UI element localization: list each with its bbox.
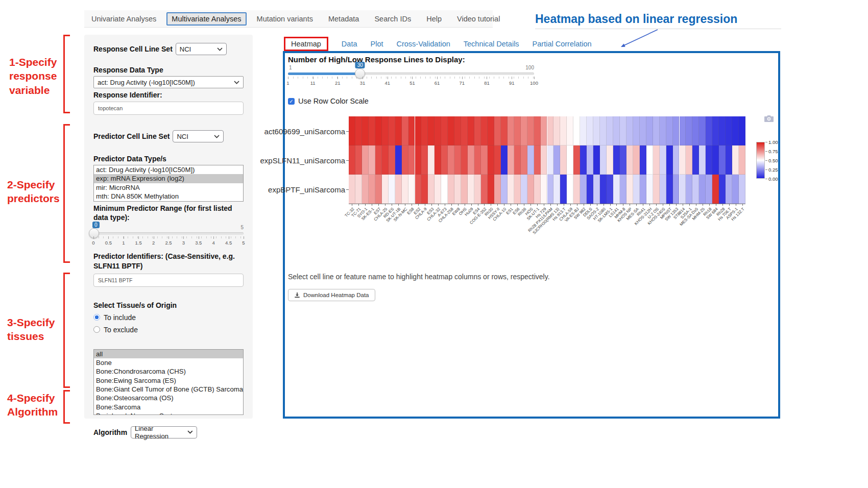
heatmap-cell xyxy=(461,116,468,145)
slider-tick-mark xyxy=(183,236,184,239)
col-tick-mark xyxy=(544,204,544,206)
heatmap-cell xyxy=(680,175,686,204)
tab-plot[interactable]: Plot xyxy=(370,40,383,48)
nav-item-multivariate-analyses[interactable]: Multivariate Analyses xyxy=(166,12,246,26)
nav-item-metadata[interactable]: Metadata xyxy=(323,12,364,26)
row-color-scale-checkbox[interactable]: ✓ xyxy=(288,98,295,105)
heatmap-cell xyxy=(732,175,739,204)
slider-tick-label: 0.5 xyxy=(105,240,112,246)
heatmap-cell xyxy=(481,145,488,175)
heatmap-cell xyxy=(547,175,554,204)
slider-tick-mark xyxy=(124,236,124,239)
response-cell-line-set-select[interactable]: NCI xyxy=(176,43,227,55)
heatmap-cell xyxy=(461,175,468,204)
nav-item-video-tutorial[interactable]: Video tutorial xyxy=(452,12,505,26)
download-heatmap-button[interactable]: Download Heatmap Data xyxy=(288,289,375,301)
slider-tick-label: 31 xyxy=(360,80,366,86)
heatmap-cell xyxy=(534,116,541,145)
algorithm-select[interactable]: Linear Regression xyxy=(131,426,197,438)
colorbar-tick-mark xyxy=(765,169,767,170)
slider-tick-label: 11 xyxy=(310,80,316,86)
predictor-cell-line-set-select[interactable]: NCI xyxy=(173,130,224,142)
heatmap-cell xyxy=(607,175,613,204)
heatmap-cell xyxy=(428,116,435,145)
slider-tick-label: 3.5 xyxy=(195,240,202,246)
nav-item-univariate-analyses[interactable]: Univariate Analyses xyxy=(86,12,161,26)
response-identifier-input[interactable] xyxy=(93,102,244,115)
list-option-mir-microrna[interactable]: mir: MicroRNA xyxy=(94,183,243,192)
predictor-cell-line-set-label: Predictor Cell Line Set xyxy=(93,132,170,140)
tab-data[interactable]: Data xyxy=(342,40,357,48)
response-data-type-select[interactable]: act: Drug Activity (-log10[IC50M]) xyxy=(93,76,244,88)
min-predictor-range-slider[interactable]: 0 5 00.511.522.533.544.55 xyxy=(93,224,244,247)
heatmap-row-label[interactable]: expBPTF_uniSarcoma xyxy=(268,185,345,193)
list-option-bone-chondrosarcoma-chs[interactable]: Bone:Chondrosarcoma (CHS) xyxy=(94,367,243,376)
slider-tick-label: 3 xyxy=(182,240,185,246)
heatmap-cell xyxy=(573,116,580,145)
heatmap[interactable]: act609699_uniSarcomaexpSLFN11_uniSarcoma… xyxy=(285,114,775,247)
col-tick-mark xyxy=(656,204,657,206)
list-option-bone-sarcoma[interactable]: Bone:Sarcoma xyxy=(94,403,243,411)
slider-tick-mark xyxy=(154,236,154,239)
heatmap-cell xyxy=(653,116,660,145)
list-option-all[interactable]: all xyxy=(94,350,243,358)
tissue-exclude-radio[interactable] xyxy=(93,326,100,333)
response-identifier-label: Response Identifier: xyxy=(93,91,244,99)
list-option-exp-mrna-expression-log2[interactable]: exp: mRNA Expression (log2) xyxy=(94,174,243,183)
nav-item-help[interactable]: Help xyxy=(421,12,447,26)
algorithm-label: Algorithm xyxy=(93,428,127,436)
list-option-bone-ewing-sarcoma-es[interactable]: Bone:Ewing Sarcoma (ES) xyxy=(94,376,243,385)
list-option-peripheral-nervous-system[interactable]: Peripheral_Nervous_System xyxy=(94,411,243,415)
colorbar-tick-label: 0.25 xyxy=(768,167,778,173)
heatmap-cell xyxy=(739,116,745,145)
slider-tick-mark xyxy=(534,77,535,79)
heatmap-cell xyxy=(481,175,488,204)
lines-slider[interactable]: 1 100 30 1112131415161718191100 xyxy=(288,64,534,93)
list-option-bone-giant-cell-tumor-of-bone-gctb-sarcoma[interactable]: Bone:Giant Cell Tumor of Bone (GCTB) Sar… xyxy=(94,385,243,394)
tissue-include-label: To include xyxy=(104,313,136,322)
step-label-3: 3-Specifytissues xyxy=(7,315,55,344)
heatmap-cell xyxy=(534,145,541,175)
tissue-include-radio[interactable] xyxy=(93,314,100,321)
heatmap-cell xyxy=(408,116,415,145)
heatmap-row-label[interactable]: expSLFN11_uniSarcoma xyxy=(260,156,345,164)
tab-cross-validation[interactable]: Cross-Validation xyxy=(396,40,450,48)
slider-tick-mark xyxy=(437,77,438,79)
predictor-data-types-label: Predictor Data Type/s xyxy=(93,155,244,163)
heatmap-row-label[interactable]: act609699_uniSarcoma xyxy=(264,127,345,135)
slider-tick-mark xyxy=(108,236,109,239)
heatmap-grid[interactable] xyxy=(349,116,745,204)
slider-tick-mark xyxy=(199,236,199,239)
tab-heatmap[interactable]: Heatmap xyxy=(284,37,328,51)
tab-partial-correlation[interactable]: Partial Correlation xyxy=(533,40,592,48)
tab-technical-details[interactable]: Technical Details xyxy=(464,40,519,48)
predictor-data-types-listbox[interactable]: act: Drug Activity (-log10[IC50M])exp: m… xyxy=(93,165,244,202)
camera-icon[interactable] xyxy=(764,114,774,123)
response-data-type-value: act: Drug Activity (-log10[IC50M]) xyxy=(98,79,195,86)
tissue-listbox[interactable]: allBoneBone:Chondrosarcoma (CHS)Bone:Ewi… xyxy=(93,349,244,415)
heatmap-cell xyxy=(435,145,441,175)
nav-item-mutation-variants[interactable]: Mutation variants xyxy=(252,12,318,26)
slider-tick-mark xyxy=(168,236,169,239)
list-option-act-drug-activity-log10-ic50m[interactable]: act: Drug Activity (-log10[IC50M]) xyxy=(94,165,243,174)
heatmap-cell xyxy=(362,116,369,145)
bracket-3 xyxy=(63,273,70,388)
heatmap-cell xyxy=(521,175,527,204)
list-option-bone-osteosarcoma-os[interactable]: Bone:Osteosarcoma (OS) xyxy=(94,394,243,402)
heatmap-cell xyxy=(666,145,673,175)
heatmap-cell xyxy=(640,116,646,145)
list-option-mth-dna-850k-methylation[interactable]: mth: DNA 850K Methylation xyxy=(94,192,243,201)
predictor-identifiers-input[interactable] xyxy=(93,274,244,287)
colorbar-tick-mark xyxy=(765,151,767,152)
heatmap-cell xyxy=(547,145,554,175)
heatmap-cell xyxy=(620,145,626,175)
heatmap-cell xyxy=(620,175,626,204)
nav-item-search-ids[interactable]: Search IDs xyxy=(369,12,416,26)
list-option-bone[interactable]: Bone xyxy=(94,358,243,367)
heatmap-cell xyxy=(468,116,474,145)
heatmap-cell xyxy=(448,145,454,175)
col-tick-mark xyxy=(716,204,716,206)
heatmap-cell xyxy=(362,175,369,204)
heatmap-cell xyxy=(514,175,521,204)
col-tick-mark xyxy=(445,204,445,206)
